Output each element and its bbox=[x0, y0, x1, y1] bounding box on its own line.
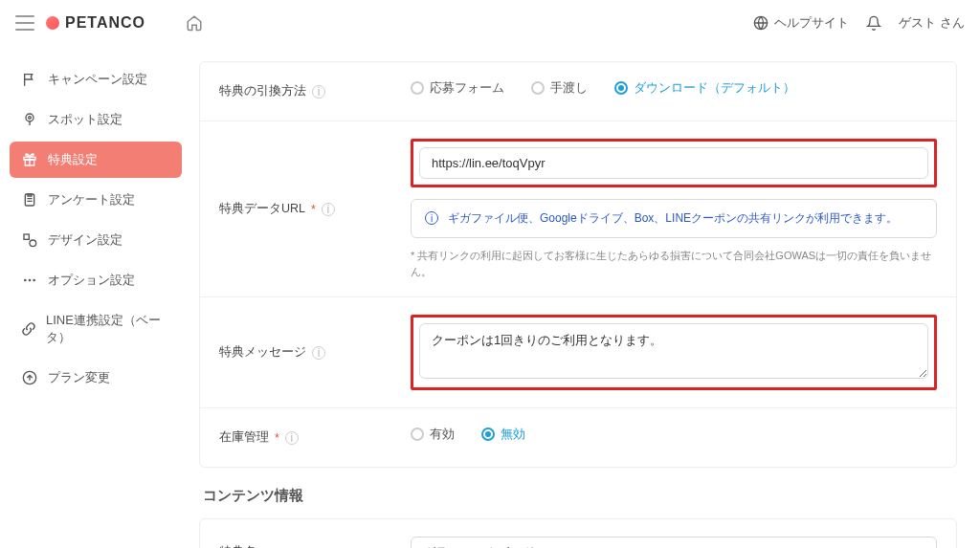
logo-text[interactable]: PETANCO bbox=[65, 14, 145, 32]
disclaimer-text: * 共有リンクの利用に起因してお客様に生じたあらゆる損害について合同会社GOWA… bbox=[411, 248, 937, 279]
radio-handover[interactable]: 手渡し bbox=[531, 79, 588, 97]
info-icon: i bbox=[425, 211, 438, 225]
message-label: 特典メッセージ bbox=[219, 344, 306, 361]
radio-download[interactable]: ダウンロード（デフォルト） bbox=[614, 79, 795, 97]
data-url-label: 特典データURL bbox=[219, 201, 305, 217]
svg-point-7 bbox=[30, 240, 36, 247]
menu-toggle-icon[interactable] bbox=[15, 15, 34, 31]
sidebar-item-label: デザイン設定 bbox=[48, 231, 122, 249]
help-link-label: ヘルプサイト bbox=[774, 14, 849, 32]
exchange-method-label: 特典の引換方法 bbox=[219, 83, 306, 99]
svg-point-9 bbox=[29, 279, 32, 282]
app-header: PETANCO ヘルプサイト ゲスト さん bbox=[0, 0, 980, 46]
user-menu[interactable]: ゲスト さん bbox=[899, 14, 965, 32]
svg-point-8 bbox=[24, 279, 27, 282]
data-url-input[interactable] bbox=[419, 147, 928, 179]
shapes-icon bbox=[21, 232, 38, 248]
svg-point-10 bbox=[33, 279, 35, 282]
flag-icon bbox=[21, 72, 38, 87]
notifications-icon[interactable] bbox=[866, 15, 881, 31]
radio-apply-form[interactable]: 応募フォーム bbox=[411, 79, 504, 97]
header-right: ヘルプサイト ゲスト さん bbox=[753, 14, 965, 32]
radio-stock-enabled[interactable]: 有効 bbox=[411, 426, 455, 443]
sidebar-item-spot[interactable]: スポット設定 bbox=[10, 101, 182, 138]
info-icon[interactable]: i bbox=[285, 431, 299, 445]
sidebar-item-line[interactable]: LINE連携設定（ベータ） bbox=[10, 302, 182, 356]
reward-name-input[interactable] bbox=[411, 537, 937, 548]
sidebar-item-label: スポット設定 bbox=[48, 111, 122, 128]
info-icon[interactable]: i bbox=[312, 85, 325, 99]
svg-point-1 bbox=[26, 114, 33, 121]
info-banner-text: ギガファイル便、Googleドライブ、Box、LINEクーポンの共有リンクが利用… bbox=[448, 209, 898, 228]
svg-rect-6 bbox=[24, 234, 29, 239]
row-stock: 在庫管理* i 有効 無効 bbox=[200, 408, 956, 467]
sidebar-item-option[interactable]: オプション設定 bbox=[10, 262, 182, 298]
stock-label: 在庫管理 bbox=[219, 429, 269, 446]
gift-icon bbox=[21, 152, 38, 167]
sidebar-item-plan[interactable]: プラン変更 bbox=[10, 360, 182, 396]
reward-name-label: 特典名 bbox=[219, 544, 256, 548]
help-link[interactable]: ヘルプサイト bbox=[753, 14, 849, 32]
arrow-up-icon bbox=[21, 370, 38, 385]
row-data-url: 特典データURL* i i ギガファイル便、Googleドライブ、Box、LIN… bbox=[200, 121, 956, 297]
highlight-box bbox=[411, 315, 937, 390]
message-input[interactable] bbox=[419, 323, 928, 379]
logo-mark bbox=[46, 16, 59, 30]
sidebar-item-label: キャンペーン設定 bbox=[48, 71, 147, 88]
globe-icon bbox=[753, 15, 768, 31]
row-message: 特典メッセージ i bbox=[200, 297, 956, 408]
sidebar-item-reward[interactable]: 特典設定 bbox=[10, 142, 182, 178]
sidebar: キャンペーン設定 スポット設定 特典設定 アンケート設定 デザイン設定 オプショ… bbox=[0, 46, 191, 548]
sidebar-item-survey[interactable]: アンケート設定 bbox=[10, 182, 182, 218]
sidebar-item-label: オプション設定 bbox=[48, 272, 135, 289]
info-banner: i ギガファイル便、Googleドライブ、Box、LINEクーポンの共有リンクが… bbox=[411, 199, 937, 238]
sidebar-item-campaign[interactable]: キャンペーン設定 bbox=[10, 61, 182, 98]
content-area: 特典の引換方法 i 応募フォーム 手渡し ダウンロード（デフォルト） bbox=[191, 46, 980, 548]
sidebar-item-label: 特典設定 bbox=[48, 151, 98, 168]
row-reward-name: 特典名* bbox=[200, 519, 956, 548]
pin-icon bbox=[21, 112, 38, 127]
clipboard-icon bbox=[21, 192, 38, 208]
row-exchange-method: 特典の引換方法 i 応募フォーム 手渡し ダウンロード（デフォルト） bbox=[200, 62, 956, 121]
radio-stock-disabled[interactable]: 無効 bbox=[481, 426, 525, 443]
content-info-title: コンテンツ情報 bbox=[203, 487, 957, 505]
user-label: ゲスト さん bbox=[899, 14, 965, 32]
info-icon[interactable]: i bbox=[322, 203, 335, 216]
dots-icon bbox=[21, 273, 38, 288]
info-icon[interactable]: i bbox=[312, 346, 325, 360]
highlight-box bbox=[411, 139, 937, 187]
sidebar-item-label: プラン変更 bbox=[48, 369, 110, 386]
home-icon[interactable] bbox=[186, 14, 203, 32]
svg-point-2 bbox=[29, 117, 32, 120]
link-icon bbox=[21, 321, 36, 337]
sidebar-item-label: LINE連携設定（ベータ） bbox=[46, 312, 170, 346]
sidebar-item-label: アンケート設定 bbox=[48, 191, 135, 208]
sidebar-item-design[interactable]: デザイン設定 bbox=[10, 222, 182, 258]
